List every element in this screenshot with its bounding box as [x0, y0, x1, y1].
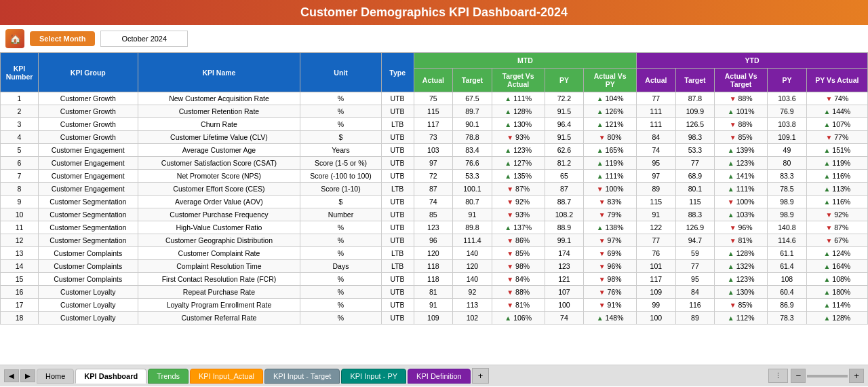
cell-unit: Number: [300, 208, 381, 221]
cell-mtd-py: 91.5: [545, 131, 584, 144]
table-row: 9 Customer Segmentation Average Order Va…: [1, 196, 868, 208]
select-month-button[interactable]: Select Month: [30, 31, 95, 46]
cell-mtd-actual: 91: [414, 299, 453, 312]
cell-ytd-avt: ▲ 139%: [715, 144, 768, 157]
table-row: 11 Customer Segmentation High-Value Cust…: [1, 221, 868, 234]
cell-ytd-pva: ▲ 180%: [806, 286, 867, 299]
cell-mtd-apy: ▼ 76%: [584, 286, 637, 299]
cell-kpi-group: Customer Complaints: [38, 247, 138, 260]
cell-kpi-group: Customer Growth: [38, 105, 138, 118]
cell-mtd-tva: ▼ 92%: [492, 196, 545, 208]
cell-mtd-target: 89.7: [453, 105, 492, 118]
cell-mtd-apy: ▼ 98%: [584, 273, 637, 286]
cell-mtd-py: 123: [545, 260, 584, 273]
cell-unit: $: [300, 131, 381, 144]
cell-mtd-tva: ▼ 93%: [492, 208, 545, 221]
zoom-slider[interactable]: [807, 375, 848, 377]
cell-ytd-py: 61.1: [768, 247, 807, 260]
cell-ytd-py: 140.8: [768, 221, 807, 234]
tab-home[interactable]: Home: [37, 369, 74, 384]
cell-ytd-avt: ▼ 85%: [715, 131, 768, 144]
cell-mtd-apy: ▼ 97%: [584, 234, 637, 247]
cell-mtd-tva: ▲ 111%: [492, 92, 545, 105]
kpi-table: KPINumber KPI Group KPI Name Unit Type M…: [0, 52, 868, 325]
cell-mtd-apy: ▲ 121%: [584, 118, 637, 131]
cell-ytd-actual: 77: [637, 234, 676, 247]
cell-mtd-actual: 72: [414, 170, 453, 183]
cell-kpi-num: 18: [1, 312, 39, 325]
cell-kpi-name: Customer Purchase Frequency: [138, 208, 300, 221]
cell-mtd-target: 92: [453, 286, 492, 299]
cell-mtd-tva: ▼ 87%: [492, 183, 545, 196]
cell-ytd-py: 103.6: [768, 92, 807, 105]
cell-ytd-avt: ▲ 103%: [715, 208, 768, 221]
cell-kpi-name: Loyalty Program Enrollment Rate: [138, 299, 300, 312]
cell-ytd-py: 83.3: [768, 170, 807, 183]
tab-trends[interactable]: Trends: [148, 369, 189, 384]
cell-unit: %: [300, 286, 381, 299]
cell-unit: Score (1-10): [300, 183, 381, 196]
cell-kpi-num: 1: [1, 92, 39, 105]
home-icon[interactable]: 🏠: [5, 29, 24, 48]
cell-ytd-py: 61.4: [768, 260, 807, 273]
cell-mtd-actual: 123: [414, 221, 453, 234]
cell-ytd-avt: ▼ 81%: [715, 234, 768, 247]
cell-mtd-py: 174: [545, 247, 584, 260]
cell-kpi-name: New Customer Acquisition Rate: [138, 92, 300, 105]
cell-kpi-num: 11: [1, 221, 39, 234]
add-tab-button[interactable]: +: [472, 368, 490, 384]
cell-mtd-target: 90.1: [453, 118, 492, 131]
cell-ytd-py: 76.9: [768, 105, 807, 118]
cell-ytd-avt: ▼ 100%: [715, 196, 768, 208]
cell-mtd-actual: 73: [414, 131, 453, 144]
tab-prev-button[interactable]: ◀: [4, 369, 19, 382]
cell-ytd-pva: ▲ 116%: [806, 170, 867, 183]
more-options-button[interactable]: ⋮: [768, 369, 788, 383]
tab-kpi-input-py[interactable]: KPI Input - PY: [341, 369, 406, 384]
cell-kpi-name: Complaint Resolution Time: [138, 260, 300, 273]
table-row: 8 Customer Engagement Customer Effort Sc…: [1, 183, 868, 196]
table-row: 4 Customer Growth Customer Lifetime Valu…: [1, 131, 868, 144]
zoom-out-button[interactable]: −: [791, 369, 806, 383]
cell-ytd-py: 103.8: [768, 118, 807, 131]
col-kpi-group: KPI Group: [38, 53, 138, 92]
cell-ytd-avt: ▲ 128%: [715, 247, 768, 260]
cell-ytd-target: 80.1: [675, 183, 715, 196]
col-kpi-number: KPINumber: [1, 53, 39, 92]
cell-kpi-name: Customer Lifetime Value (CLV): [138, 131, 300, 144]
table-row: 16 Customer Loyalty Repeat Purchase Rate…: [1, 286, 868, 299]
zoom-in-button[interactable]: +: [849, 369, 864, 383]
tab-kpi-definition[interactable]: KPI Definition: [408, 369, 471, 384]
cell-mtd-tva: ▼ 93%: [492, 131, 545, 144]
cell-type: UTB: [381, 273, 414, 286]
col-mtd-tva: Target VsActual: [492, 69, 545, 92]
cell-unit: Score (1-5 or %): [300, 157, 381, 170]
cell-mtd-py: 62.6: [545, 144, 584, 157]
cell-mtd-tva: ▲ 106%: [492, 312, 545, 325]
col-ytd-avt: Actual VsTarget: [715, 69, 768, 92]
cell-kpi-group: Customer Loyalty: [38, 312, 138, 325]
tab-kpi-dashboard[interactable]: KPI Dashboard: [75, 369, 146, 384]
month-display: October 2024: [100, 31, 188, 47]
cell-kpi-group: Customer Engagement: [38, 144, 138, 157]
tab-kpi-input-target[interactable]: KPI Input - Target: [264, 369, 340, 384]
table-row: 7 Customer Engagement Net Promoter Score…: [1, 170, 868, 183]
cell-ytd-avt: ▼ 96%: [715, 221, 768, 234]
cell-mtd-target: 80.7: [453, 196, 492, 208]
tab-next-button[interactable]: ▶: [20, 369, 35, 382]
cell-kpi-group: Customer Loyalty: [38, 299, 138, 312]
cell-ytd-actual: 84: [637, 131, 676, 144]
col-mtd-apy: Actual VsPY: [584, 69, 637, 92]
cell-mtd-apy: ▲ 111%: [584, 170, 637, 183]
cell-ytd-avt: ▲ 141%: [715, 170, 768, 183]
tab-kpi-input-actual[interactable]: KPI Input_Actual: [190, 369, 263, 384]
cell-ytd-actual: 109: [637, 286, 676, 299]
cell-kpi-name: Customer Complaint Rate: [138, 247, 300, 260]
table-row: 5 Customer Engagement Average Customer A…: [1, 144, 868, 157]
cell-mtd-py: 88.7: [545, 196, 584, 208]
cell-ytd-target: 88.3: [675, 208, 715, 221]
cell-mtd-actual: 96: [414, 234, 453, 247]
cell-mtd-apy: ▼ 91%: [584, 299, 637, 312]
cell-unit: $: [300, 196, 381, 208]
col-ytd-py: PY: [768, 69, 807, 92]
